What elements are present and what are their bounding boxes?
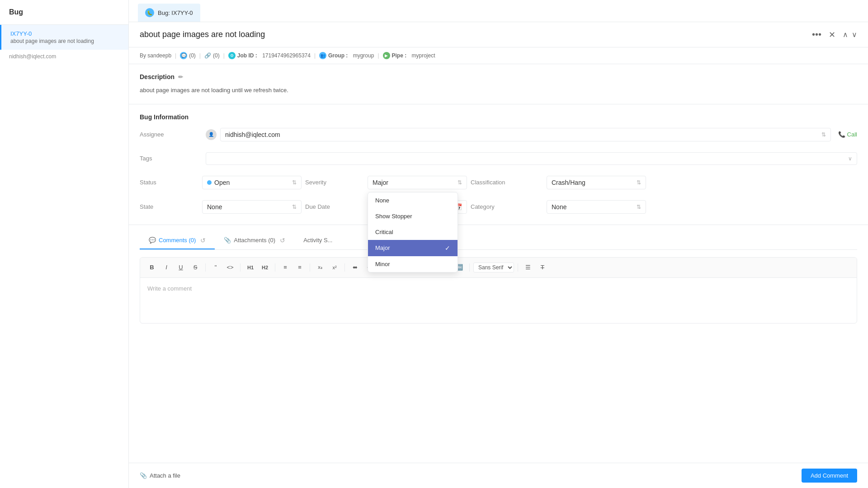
tags-row: Tags ∨ — [140, 150, 857, 167]
subscript-button[interactable]: x₂ — [314, 261, 326, 274]
content-area: about page images are not loading ••• ✕ … — [129, 22, 868, 463]
comments-section: 💬 Comments (0) ↺ 📎 Attachments (0) ↺ Act… — [129, 225, 868, 331]
issue-title: about page images are not loading — [140, 30, 265, 39]
pipe-meta: ▶ Pipe : myproject — [383, 52, 435, 59]
job-icon: ⚙ — [228, 52, 236, 59]
severity-chevron: ⇅ — [458, 179, 462, 186]
bug-icon: 🐛 — [145, 8, 154, 17]
italic-button[interactable]: I — [160, 261, 173, 274]
sidebar-item-bug[interactable]: IX7YY-0 about page images are not loadin… — [0, 25, 128, 50]
status-label: Status — [140, 179, 198, 186]
bold-button[interactable]: B — [146, 261, 158, 274]
comment-input[interactable]: Write a comment — [140, 278, 857, 323]
links-meta: 🔗 (0) — [204, 52, 220, 59]
align-center-button[interactable]: ☰ — [522, 261, 534, 274]
bottom-bar: 📎 Attach a file Add Comment — [129, 463, 868, 488]
tabs-bar: 💬 Comments (0) ↺ 📎 Attachments (0) ↺ Act… — [140, 232, 857, 250]
assignee-label: Assignee — [140, 131, 198, 138]
classification-field[interactable]: Crash/Hang ⇅ — [547, 176, 646, 189]
toolbar-sep-1 — [205, 263, 206, 272]
sidebar-item-id: IX7YY-0 — [10, 30, 119, 37]
attachments-tab-icon: 📎 — [224, 237, 231, 244]
category-chevron: ⇅ — [637, 204, 641, 210]
bug-tab[interactable]: 🐛 Bug: IX7YY-0 — [138, 4, 200, 22]
tags-label: Tags — [140, 155, 198, 162]
more-options-button[interactable]: ••• — [812, 29, 821, 40]
tab-comments[interactable]: 💬 Comments (0) ↺ — [140, 232, 215, 249]
tags-field-wrapper: ∨ — [206, 152, 857, 165]
call-button[interactable]: 📞 Call — [838, 131, 857, 138]
state-field[interactable]: None ⇅ — [202, 200, 302, 214]
severity-dropdown: None Show Stopper Critical Major ✓ — [368, 192, 458, 272]
nav-arrows: ∧ ∨ — [843, 30, 857, 39]
h2-button[interactable]: H2 — [259, 261, 271, 274]
issue-author: By sandeepb — [140, 52, 171, 59]
close-button[interactable]: ✕ — [829, 30, 835, 40]
tags-field[interactable]: ∨ — [206, 152, 857, 165]
status-chevron: ⇅ — [292, 179, 297, 186]
font-select[interactable]: Sans Serif — [473, 263, 514, 272]
severity-option-major[interactable]: Major ✓ — [368, 240, 458, 256]
issue-header-actions: ••• ✕ ∧ ∨ — [812, 29, 857, 40]
edit-icon[interactable]: ✏ — [178, 74, 183, 80]
h1-button[interactable]: H1 — [244, 261, 257, 274]
superscript-button[interactable]: x² — [328, 261, 341, 274]
pipe-icon: ▶ — [383, 52, 390, 59]
attachments-refresh-button[interactable]: ↺ — [280, 237, 285, 244]
toolbar-sep-5 — [344, 263, 345, 272]
group-meta: 👥 Group : mygroup — [319, 52, 374, 59]
bug-info-section: Bug Information Assignee 👤 nidhish@iqlec… — [129, 104, 868, 225]
comments-meta: 💬 (0) — [180, 52, 196, 59]
sidebar-user: nidhish@iqlect.com — [0, 50, 128, 63]
severity-option-show-stopper[interactable]: Show Stopper — [368, 208, 458, 224]
editor-toolbar: B I U S " <> H1 H2 ≡ ≡ x₂ x² — [140, 258, 857, 278]
assignee-field[interactable]: nidhish@iqlect.com ⇅ — [220, 128, 831, 141]
state-label: State — [140, 203, 198, 210]
status-field[interactable]: Open ⇅ — [202, 176, 302, 189]
add-comment-button[interactable]: Add Comment — [802, 469, 857, 483]
clear-format-button[interactable]: T̶ — [536, 261, 549, 274]
comments-tab-icon: 💬 — [149, 237, 156, 244]
severity-option-minor[interactable]: Minor — [368, 256, 458, 272]
main-panel: 🐛 Bug: IX7YY-0 about page images are not… — [129, 0, 868, 488]
check-icon: ✓ — [445, 244, 450, 252]
category-label: Category — [471, 203, 543, 210]
tab-activity[interactable]: Activity S... — [294, 232, 341, 249]
severity-field[interactable]: Major ⇅ — [368, 176, 467, 189]
assignee-avatar: 👤 — [206, 129, 217, 140]
align-left-button[interactable]: ⬌ — [349, 261, 361, 274]
toolbar-sep-9 — [518, 263, 518, 272]
description-section: Description ✏ about page images are not … — [129, 64, 868, 104]
link-icon: 🔗 — [204, 52, 211, 59]
comments-refresh-button[interactable]: ↺ — [200, 237, 206, 244]
severity-wrapper: Major ⇅ None Show Stopper — [368, 176, 467, 189]
strikethrough-button[interactable]: S — [189, 261, 202, 274]
job-id-meta: ⚙ Job ID : 1719474962965374 — [228, 52, 311, 59]
nav-down-button[interactable]: ∨ — [852, 30, 857, 39]
severity-option-critical[interactable]: Critical — [368, 224, 458, 240]
category-field[interactable]: None ⇅ — [547, 200, 646, 214]
sidebar: Bug IX7YY-0 about page images are not lo… — [0, 0, 129, 488]
comments-icon: 💬 — [180, 52, 187, 59]
toolbar-sep-3 — [275, 263, 275, 272]
severity-label: Severity — [305, 179, 364, 186]
toolbar-sep-2 — [240, 263, 241, 272]
attach-file-button[interactable]: 📎 Attach a file — [140, 472, 180, 479]
sidebar-item-subtitle: about page images are not loading — [10, 38, 119, 44]
ordered-list-button[interactable]: ≡ — [279, 261, 292, 274]
status-dot — [207, 180, 212, 185]
due-date-label: Due Date — [305, 203, 364, 210]
blockquote-button[interactable]: " — [209, 261, 222, 274]
code-button[interactable]: <> — [224, 261, 236, 274]
unordered-list-button[interactable]: ≡ — [293, 261, 306, 274]
nav-up-button[interactable]: ∧ — [843, 30, 848, 39]
group-icon: 👥 — [319, 52, 326, 59]
classification-label: Classification — [471, 179, 543, 186]
severity-option-none[interactable]: None — [368, 192, 458, 208]
comment-editor: B I U S " <> H1 H2 ≡ ≡ x₂ x² — [140, 257, 857, 324]
tab-attachments[interactable]: 📎 Attachments (0) ↺ — [215, 232, 294, 249]
state-duedate-row: State None ⇅ Due Date 📅 Category None ⇅ — [140, 198, 857, 216]
tags-chevron: ∨ — [848, 155, 852, 162]
underline-button[interactable]: U — [175, 261, 187, 274]
bug-info-title: Bug Information — [140, 113, 857, 121]
